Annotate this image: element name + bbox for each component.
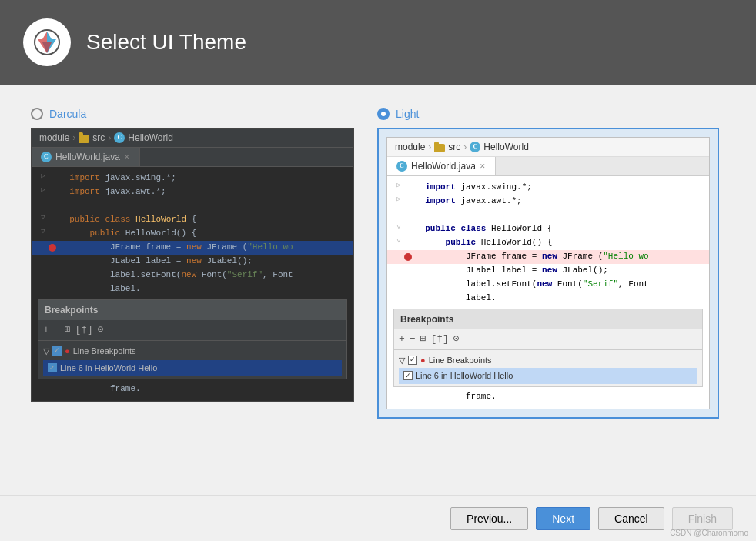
light-preview: module › src › C HelloWorld C HelloWorld… <box>386 137 710 409</box>
code-line-light: JLabel label = new JLabel(); <box>387 264 709 278</box>
code-line: ▷ import javax.awt.*; <box>32 185 353 199</box>
previous-button[interactable]: Previou... <box>450 507 528 530</box>
fold-icon-light: ▷ <box>396 181 400 192</box>
code-line-light: label. <box>387 292 709 306</box>
tab-java-icon-light: C <box>396 161 407 172</box>
collapse-icon: ▽ <box>43 345 49 358</box>
bp-tree-item-light: ▽ ✓ ● Line Breakpoints <box>399 352 697 369</box>
bp-checkbox-light[interactable]: ✓ <box>408 356 417 365</box>
code-line: ▷ import javax.swing.*; <box>32 172 353 185</box>
breakpoints-label-light: Breakpoints <box>400 314 453 325</box>
bp-line-label: Line 6 in HelloWorld Hello <box>60 362 157 375</box>
bp-checkbox[interactable]: ✓ <box>52 346 62 356</box>
collapse-icon-light: ▽ <box>399 354 405 367</box>
light-code-area: ▷ import javax.swing.*; ▷ import javax.a… <box>387 176 709 409</box>
darcula-breakpoints-panel: Breakpoints + − ⊞ [†] ⊙ ▽ ✓ ● <box>38 299 347 379</box>
next-button[interactable]: Next <box>536 507 590 530</box>
fold-icon: ▽ <box>41 227 45 238</box>
code-line-light: ▷ import javax.awt.*; <box>387 195 709 209</box>
darcula-tab-helloworld[interactable]: C HelloWorld.java ✕ <box>32 148 140 166</box>
light-tabs: C HelloWorld.java ✕ <box>387 157 709 176</box>
bp-add-button-light[interactable]: + <box>399 332 405 347</box>
bp-settings-button[interactable]: ⊙ <box>98 322 104 338</box>
src-label: src <box>92 132 105 143</box>
bp-category-label: Line Breakpoints <box>73 345 136 358</box>
finish-button[interactable]: Finish <box>672 507 733 530</box>
bp-copy-button[interactable]: ⊞ <box>65 322 71 338</box>
bp-toolbar-light: + − ⊞ [†] ⊙ <box>394 329 702 350</box>
tab-close-icon[interactable]: ✕ <box>124 153 130 161</box>
code-line: frame. <box>32 382 353 396</box>
breakpoint-dot: ● <box>65 345 70 358</box>
bp-filter-button-light[interactable]: [†] <box>430 332 448 347</box>
module-label: module <box>39 132 69 143</box>
tab-label-light: HelloWorld.java <box>411 161 476 172</box>
code-line: JLabel label = new JLabel(); <box>32 255 353 269</box>
fold-icon: ▷ <box>41 172 45 182</box>
header: Select UI Theme <box>0 0 756 85</box>
darcula-radio-button[interactable] <box>31 108 43 120</box>
bp-copy-button-light[interactable]: ⊞ <box>420 332 427 347</box>
code-line-light: ▷ import javax.swing.*; <box>387 181 709 195</box>
bp-tree: ▽ ✓ ● Line Breakpoints ✓ Line 6 in Hello… <box>38 341 346 379</box>
src-folder-icon <box>79 135 89 143</box>
bp-add-button[interactable]: + <box>43 322 49 338</box>
bp-line-label-light: Line 6 in HelloWorld Hello <box>416 369 513 382</box>
code-line <box>32 199 353 213</box>
footer: Previou... Next Cancel Finish <box>0 495 756 541</box>
bp-sub-checkbox[interactable]: ✓ <box>48 363 57 372</box>
bp-category-label-light: Line Breakpoints <box>429 354 492 367</box>
code-line-light: ▽ public class HelloWorld { <box>387 222 709 236</box>
bp-tree-light: ▽ ✓ ● Line Breakpoints ✓ Line 6 in Hello… <box>394 350 702 386</box>
light-theme-name: Light <box>396 108 419 120</box>
darcula-code-area: ▷ import javax.swing.*; ▷ import javax.a… <box>32 167 353 401</box>
light-radio-label[interactable]: Light <box>377 108 719 120</box>
fold-icon-light: ▷ <box>396 195 400 205</box>
light-breakpoints-panel: Breakpoints + − ⊞ [†] ⊙ ▽ ✓ <box>393 309 703 387</box>
light-preview-container: module › src › C HelloWorld C HelloWorld… <box>377 128 719 419</box>
bp-tree-sub-item[interactable]: ✓ Line 6 in HelloWorld Hello <box>43 360 342 376</box>
bp-filter-button[interactable]: [†] <box>75 322 92 338</box>
fold-icon-light: ▽ <box>396 236 400 247</box>
code-line-light: label.setFont(new Font("Serif", Font <box>387 278 709 292</box>
breakpoints-label: Breakpoints <box>45 305 98 316</box>
src-label-light: src <box>448 142 460 152</box>
code-line-light: frame. <box>387 390 709 404</box>
module-label-light: module <box>395 142 425 152</box>
fold-icon: ▽ <box>41 213 45 224</box>
code-line-light: ▽ public HelloWorld() { <box>387 236 709 250</box>
page-title: Select UI Theme <box>86 30 246 55</box>
bp-tree-sub-item-light[interactable]: ✓ Line 6 in HelloWorld Hello <box>399 368 697 384</box>
code-line: label.setFont(new Font("Serif", Font <box>32 269 353 282</box>
watermark: CSDN @Charonmomo <box>670 529 748 537</box>
darcula-tabs: C HelloWorld.java ✕ <box>32 148 353 167</box>
bp-remove-button-light[interactable]: − <box>410 332 416 347</box>
bp-tree-item: ▽ ✓ ● Line Breakpoints <box>43 343 342 359</box>
code-line: ▽ public class HelloWorld { <box>32 213 353 227</box>
darcula-theme-option: Darcula module › src › C HelloWorld C He… <box>31 108 354 402</box>
tab-close-icon-light[interactable]: ✕ <box>480 162 486 170</box>
helloworld-class-icon-light: C <box>470 142 480 152</box>
darcula-radio-label[interactable]: Darcula <box>31 108 354 120</box>
light-tab-helloworld[interactable]: C HelloWorld.java ✕ <box>387 157 496 175</box>
src-folder-icon-light <box>434 144 445 152</box>
light-theme-option: Light module › src › C HelloWorld C <box>377 108 719 419</box>
main-content: Darcula module › src › C HelloWorld C He… <box>0 85 756 442</box>
bp-panel-title-light: Breakpoints <box>394 309 702 329</box>
cancel-button[interactable]: Cancel <box>598 507 664 530</box>
helloworld-label-light: HelloWorld <box>483 142 528 152</box>
code-line-light <box>387 209 709 222</box>
bp-settings-button-light[interactable]: ⊙ <box>453 332 460 347</box>
tab-java-icon: C <box>41 152 52 162</box>
fold-icon: ▷ <box>41 185 45 196</box>
bp-sub-checkbox-light[interactable]: ✓ <box>403 371 413 380</box>
code-line: label. <box>32 282 353 296</box>
darcula-breadcrumb: module › src › C HelloWorld <box>32 129 353 148</box>
bp-remove-button[interactable]: − <box>54 322 60 338</box>
breakpoint-dot-light: ● <box>420 354 426 367</box>
light-radio-button[interactable] <box>377 108 390 120</box>
code-line: ▽ public HelloWorld() { <box>32 227 353 241</box>
code-line-breakpoint-light: JFrame frame = new JFrame ("Hello wo <box>387 250 709 264</box>
bp-panel-title: Breakpoints <box>38 300 346 320</box>
helloworld-class-icon: C <box>114 132 125 143</box>
